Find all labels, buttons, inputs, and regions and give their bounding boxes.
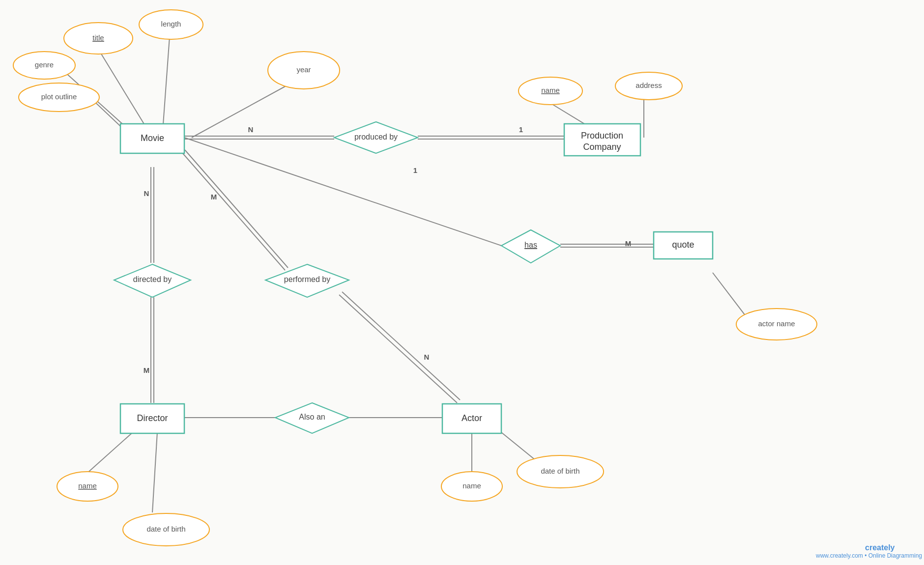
movie-label: Movie [141, 133, 164, 143]
director-label: Director [137, 413, 168, 423]
year-label: year [296, 65, 311, 74]
actor-dob-label: date of birth [541, 467, 579, 475]
director-name-label: name [78, 481, 97, 490]
svg-line-1 [162, 37, 170, 138]
pc-name-label: name [541, 86, 560, 94]
svg-line-19 [184, 138, 501, 246]
genre-label: genre [35, 60, 54, 69]
card-pc-1: 1 [519, 125, 523, 134]
quote-label: quote [672, 240, 694, 250]
card-movie-n: N [248, 125, 254, 134]
actor-label: Actor [462, 413, 482, 423]
production-company-label2: Company [583, 142, 621, 152]
svg-line-15 [182, 152, 285, 270]
length-label: length [161, 20, 181, 28]
directed-by-label: directed by [133, 275, 172, 283]
card-has-m: M [625, 239, 632, 248]
card-perf-n: N [424, 353, 430, 361]
svg-line-25 [86, 432, 133, 474]
actor-name-bottom-label: name [462, 481, 481, 490]
card-dir-n: N [144, 189, 149, 198]
svg-line-26 [152, 432, 157, 512]
card-perf-m: M [211, 193, 217, 201]
actor-name-label: actor name [758, 319, 795, 328]
performed-by-label: performed by [284, 275, 330, 283]
produced-by-label: produced by [354, 133, 398, 141]
creately-url: www.creately.com • Online Diagramming [815, 552, 922, 559]
has-label: has [524, 241, 537, 249]
also-an-label: Also an [299, 413, 325, 421]
director-dob-label: date of birth [146, 525, 185, 533]
svg-line-17 [339, 295, 457, 403]
card-dir-m: M [144, 366, 150, 374]
card-has-1: 1 [413, 166, 417, 174]
creately-brand: creately [865, 543, 895, 552]
production-company-label: Production [581, 131, 623, 141]
title-label: title [92, 33, 104, 42]
pc-address-label: address [635, 81, 662, 89]
svg-line-4 [192, 81, 295, 138]
plot-outline-label: plot outline [41, 92, 77, 101]
svg-line-18 [342, 292, 460, 400]
